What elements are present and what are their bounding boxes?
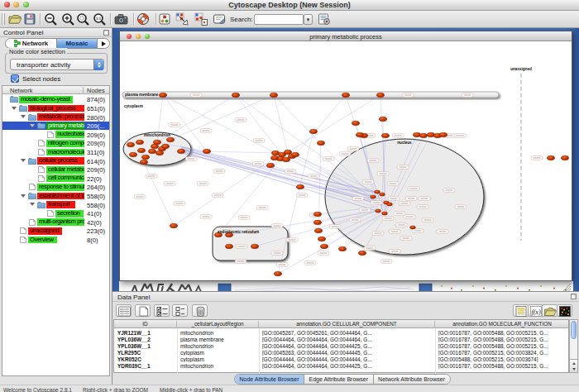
network-node[interactable] [266,163,274,167]
tree-expand-icon[interactable] [30,203,35,206]
vizmapper-icon[interactable] [213,12,227,26]
zoom-selected-icon[interactable] [76,12,90,26]
network-node[interactable] [427,132,434,136]
table-cell[interactable]: [GO:0045267, GO:0045261, GO:0044464, G..… [259,330,435,336]
network-node[interactable] [170,223,177,227]
network-node[interactable] [320,244,328,248]
network-node[interactable] [313,220,321,224]
tree-row-nucleobase-[interactable]: nucleobase-209(0) [2,130,109,139]
network-node[interactable] [284,150,291,154]
tree-row-establishment-of-lo[interactable]: establishment of lo558(0) [2,192,109,201]
attribute-list-icon[interactable] [513,304,529,317]
tree-expand-icon[interactable] [21,194,26,198]
network-node[interactable] [413,132,420,136]
network-node[interactable] [129,152,136,156]
graphics-detail-icon[interactable] [158,12,172,26]
new-attribute-icon[interactable] [135,304,151,317]
table-cell[interactable]: YPL036W__2 [114,337,177,342]
network-node[interactable] [136,140,143,144]
network-node[interactable] [376,209,381,213]
network-edge[interactable] [218,159,280,235]
network-node[interactable] [148,149,156,153]
table-cell[interactable]: [GO:0044444, GO:0044444, GO:0044444, G..… [259,356,435,362]
delete-attribute-icon[interactable] [192,304,208,317]
zoom-in-icon[interactable] [61,12,75,26]
table-cell[interactable]: [GO:0044464, GO:0044464, GO:0044425, G..… [259,363,435,369]
table-cell[interactable]: [GO:0016787, GO:0005488, GO:0005215, G..… [435,363,570,369]
tree-column-divider[interactable] [83,87,84,93]
network-node[interactable] [314,228,322,232]
attribute-select-icon[interactable] [116,304,132,317]
network-edge[interactable] [174,158,275,226]
network-node[interactable] [291,152,299,156]
table-row-ypl036w__2[interactable]: YPL036W__2plasma membrane[GO:0044464, GO… [114,336,568,342]
network-node[interactable] [270,93,277,97]
unselect-attributes-icon[interactable] [172,304,188,317]
network-node[interactable] [251,244,258,248]
save-session-icon[interactable] [23,12,37,26]
select-attributes-icon[interactable] [154,304,170,317]
network-node[interactable] [375,190,380,194]
network-node[interactable] [338,246,346,251]
network-node[interactable] [270,155,278,160]
toolbar-drag-handle[interactable] [2,13,5,25]
tree-row-biological-process[interactable]: biological_process651(0) [2,104,109,113]
tab-node-attribute-browser[interactable]: Node Attribute Browser [235,375,304,384]
layout-a-icon[interactable] [175,12,189,26]
tree-row-cell-communicat[interactable]: cell communicat22(0) [2,174,109,183]
tree-row-macromolecule[interactable]: macromolecule311(0) [2,148,109,157]
table-cell[interactable]: mitochondrion [177,343,259,349]
table-row-ypl036w__1[interactable]: YPL036W__1mitochondrion[GO:0044464, GO:0… [114,342,568,349]
network-node[interactable] [382,212,388,215]
network-edge[interactable] [207,151,275,153]
network-node[interactable] [387,203,393,206]
table-cell[interactable]: mitochondrion [177,330,259,336]
snapshot-icon[interactable] [114,12,128,26]
tab-edge-attribute-browser[interactable]: Edge Attribute Browser [304,375,374,384]
network-node[interactable] [141,155,149,159]
network-node[interactable] [140,160,147,164]
network-node[interactable] [282,157,290,161]
table-column-header[interactable]: annotation.GO MOLECULAR_FUNCTION [435,321,570,328]
node-color-combobox[interactable]: transporter activity [10,59,104,70]
network-node[interactable] [309,129,317,133]
tree-expand-icon[interactable] [12,107,17,110]
tree-row-response-to-stimul[interactable]: response to stimul264(0) [2,183,109,192]
table-cell[interactable]: YLR295C [114,350,177,356]
table-cell[interactable]: [GO:0016787, GO:0005215, GO:0003824, G..… [435,350,570,356]
select-nodes-checkbox[interactable] [11,74,19,83]
network-node[interactable] [156,151,163,155]
table-column-header[interactable]: annotation.GO CELLULAR_COMPONENT [259,321,435,328]
scrollbar-thumb[interactable] [571,321,577,339]
table-vertical-scrollbar[interactable] [569,319,578,373]
table-cell[interactable]: cytoplasm [177,356,259,362]
table-column-header[interactable]: _cellularLayoutRegion [177,321,259,328]
network-node[interactable] [371,195,376,198]
network-node[interactable] [380,193,385,196]
table-cell[interactable]: [GO:0044464, GO:0044464, GO:0044464, G..… [259,337,435,342]
tab-overflow-button[interactable] [98,39,109,48]
network-node[interactable] [379,117,386,121]
import-attributes-icon[interactable] [542,304,557,317]
table-cell[interactable]: plasma membrane [177,337,259,342]
background-windows-strip[interactable] [119,281,573,291]
tab-mosaic[interactable]: Mosaic [56,39,98,48]
tab-network[interactable]: Network [6,39,56,48]
tree-row-unassigned[interactable]: unassigned223(0) [2,227,109,236]
network-node[interactable] [137,148,145,152]
tab-network-attribute-browser[interactable]: Network Attribute Browser [374,375,450,384]
open-session-icon[interactable] [8,12,22,26]
tree-expand-icon[interactable] [30,124,35,127]
table-cell[interactable]: [GO:0045263, GO:0044444, GO:0044445, G..… [259,350,435,356]
plasma-membrane-compartment[interactable] [122,92,499,98]
tree-expand-icon[interactable] [21,159,26,162]
data-panel-float-icon[interactable] [571,294,577,299]
search-input[interactable] [254,14,304,25]
float-panel-icon[interactable] [103,30,109,36]
table-cell[interactable]: [GO:0005488, GO:0005215, GO:0003674] [435,356,570,362]
table-cell[interactable]: [GO:0016787, GO:0005488, GO:0005215, G..… [435,330,570,336]
network-node[interactable] [561,155,568,160]
tree-row-overview[interactable]: Overview8(0) [2,236,109,245]
table-cell[interactable]: [GO:0016787, GO:0005488, GO:0005215, G..… [435,343,570,349]
table-row-ylr295c[interactable]: YLR295Ccytoplasm[GO:0045263, GO:0044444,… [114,349,568,356]
